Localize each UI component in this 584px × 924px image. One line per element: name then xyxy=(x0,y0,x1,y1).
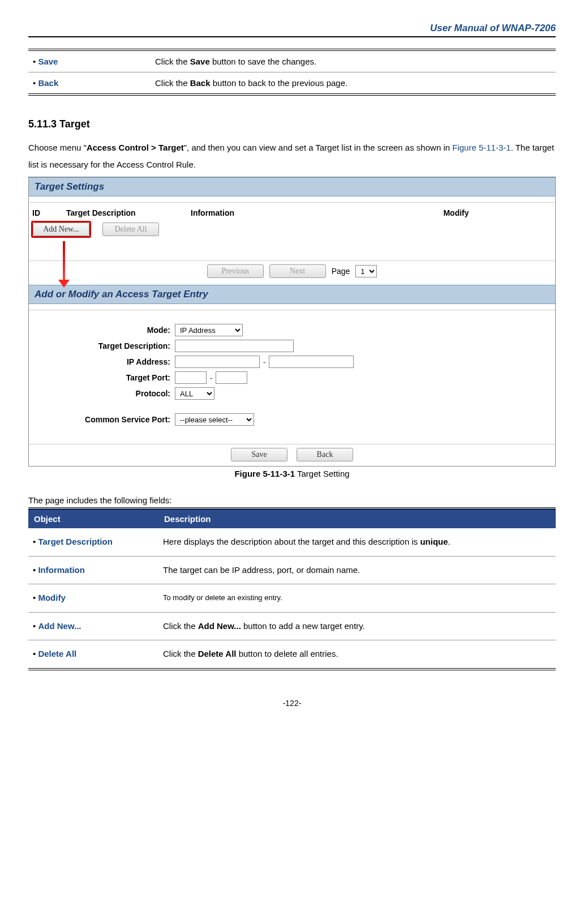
th-modify: Modify xyxy=(360,208,552,217)
ip-start-input[interactable] xyxy=(175,356,260,368)
port-dash: - xyxy=(210,374,212,382)
top-row-back-desc: Click the Back button to back to the pre… xyxy=(151,72,556,95)
label-common-service-port: Common Service Port: xyxy=(29,415,175,424)
intro-paragraph: Choose menu "Access Control > Target", a… xyxy=(28,139,556,173)
protocol-select[interactable]: ALL xyxy=(175,387,214,400)
arrow-annotation xyxy=(57,243,555,283)
obj-delete-all: Delete All xyxy=(28,640,158,669)
th-description: Description xyxy=(158,508,556,528)
target-description-input[interactable] xyxy=(175,340,294,352)
ip-dash: - xyxy=(263,358,265,366)
obj-target-description: Target Description xyxy=(28,528,158,556)
common-service-port-select[interactable]: --please select-- xyxy=(175,413,254,426)
desc-add-new: Click the Add New... button to add a new… xyxy=(158,612,556,640)
target-entry-form: Mode: IP Address Target Description: IP … xyxy=(29,314,555,438)
label-mode: Mode: xyxy=(29,326,175,335)
top-action-table: Save Click the Save button to save the c… xyxy=(28,49,556,96)
th-object: Object xyxy=(28,508,158,528)
mode-select[interactable]: IP Address xyxy=(175,324,243,336)
delete-all-button[interactable]: Delete All xyxy=(102,223,159,236)
save-button[interactable]: Save xyxy=(231,448,287,461)
panel-add-modify-title: Add or Modify an Access Target Entry xyxy=(29,285,555,304)
label-target-description: Target Description: xyxy=(29,341,175,350)
addnew-highlight: Add New... xyxy=(31,221,91,238)
target-table-header: ID Target Description Information Modify xyxy=(29,206,555,220)
top-row-save-label: Save xyxy=(28,50,151,72)
section-title: 5.11.3 Target xyxy=(28,118,556,130)
figure-reference: Figure 5-11-3-1 xyxy=(452,143,510,152)
obj-modify: Modify xyxy=(28,584,158,613)
figure-caption: Figure 5-11-3-1 Target Setting xyxy=(28,469,556,478)
obj-information: Information xyxy=(28,556,158,584)
port-end-input[interactable] xyxy=(216,371,247,384)
obj-add-new: Add New... xyxy=(28,612,158,640)
port-start-input[interactable] xyxy=(175,371,207,384)
panel-target-settings-title: Target Settings xyxy=(29,177,555,196)
top-row-back-label: Back xyxy=(28,72,151,95)
figure-screenshot: Target Settings ID Target Description In… xyxy=(28,177,556,467)
label-ip-address: IP Address: xyxy=(29,357,175,366)
top-row-save-desc: Click the Save button to save the change… xyxy=(151,50,556,72)
page-number: -122- xyxy=(28,699,556,708)
desc-information: The target can be IP address, port, or d… xyxy=(158,556,556,584)
ip-end-input[interactable] xyxy=(269,356,354,368)
desc-target-description: Here displays the description about the … xyxy=(158,528,556,556)
add-new-button[interactable]: Add New... xyxy=(33,223,89,236)
back-button[interactable]: Back xyxy=(297,448,353,461)
th-id: ID xyxy=(32,208,66,217)
fields-intro-text: The page includes the following fields: xyxy=(28,495,556,505)
th-target-description: Target Description xyxy=(66,208,191,217)
doc-header: User Manual of WNAP-7206 xyxy=(28,23,556,37)
label-target-port: Target Port: xyxy=(29,373,175,382)
label-protocol: Protocol: xyxy=(29,389,175,398)
desc-modify: To modify or delete an existing entry. xyxy=(158,584,556,613)
fields-description-table: Object Description Target Description He… xyxy=(28,507,556,670)
desc-delete-all: Click the Delete All button to delete al… xyxy=(158,640,556,669)
th-information: Information xyxy=(191,208,360,217)
